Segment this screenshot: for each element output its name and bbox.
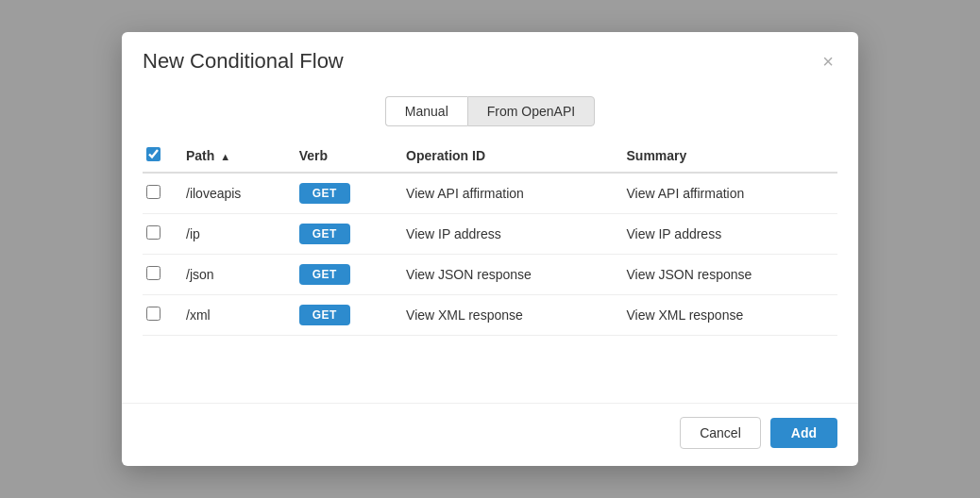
tab-bar: Manual From OpenAPI [122, 87, 858, 140]
row-operation-id: View API affirmation [397, 173, 617, 214]
table-row: /jsonGETView JSON responseView JSON resp… [143, 255, 837, 295]
sort-arrow-icon: ▲ [220, 151, 230, 162]
row-path: /iloveapis [177, 173, 290, 214]
table-row: /xmlGETView XML responseView XML respons… [143, 295, 837, 336]
dialog: New Conditional Flow × Manual From OpenA… [122, 32, 858, 466]
row-checkbox[interactable] [146, 266, 161, 280]
modal-overlay: New Conditional Flow × Manual From OpenA… [0, 0, 980, 498]
row-checkbox[interactable] [146, 307, 161, 321]
close-button[interactable]: × [819, 52, 837, 71]
header-checkbox [143, 140, 177, 173]
row-checkbox[interactable] [146, 225, 161, 240]
row-operation-id: View JSON response [397, 255, 617, 295]
verb-badge: GET [299, 264, 350, 285]
row-checkbox[interactable] [146, 185, 161, 199]
row-summary: View API affirmation [617, 173, 838, 214]
row-verb: GET [290, 173, 397, 214]
verb-badge: GET [299, 224, 350, 244]
header-summary: Summary [617, 140, 838, 173]
row-verb: GET [290, 214, 397, 255]
row-operation-id: View IP address [397, 214, 617, 255]
row-summary: View XML response [617, 295, 838, 336]
table-container: Path ▲ Verb Operation ID Summary /ilovea… [122, 140, 858, 395]
table-row: /iloveapisGETView API affirmationView AP… [143, 173, 837, 214]
select-all-checkbox[interactable] [146, 147, 161, 161]
row-verb: GET [290, 255, 397, 295]
modal-title: New Conditional Flow [143, 49, 344, 74]
tab-manual[interactable]: Manual [385, 96, 467, 126]
verb-badge: GET [299, 183, 350, 204]
cancel-button[interactable]: Cancel [680, 417, 761, 449]
modal-footer: Cancel Add [122, 403, 858, 466]
row-path: /xml [177, 295, 290, 336]
row-verb: GET [290, 295, 397, 336]
add-button[interactable]: Add [770, 418, 837, 448]
header-path: Path ▲ [177, 140, 290, 173]
row-operation-id: View XML response [397, 295, 617, 336]
table-header-row: Path ▲ Verb Operation ID Summary [143, 140, 837, 173]
table-row: /ipGETView IP addressView IP address [143, 214, 837, 255]
modal-header: New Conditional Flow × [122, 32, 858, 87]
row-summary: View IP address [617, 214, 838, 255]
header-verb: Verb [290, 140, 397, 173]
row-path: /json [177, 255, 290, 295]
row-path: /ip [177, 214, 290, 255]
tab-from-openapi[interactable]: From OpenAPI [467, 96, 595, 126]
row-summary: View JSON response [617, 255, 838, 295]
operations-table: Path ▲ Verb Operation ID Summary /ilovea… [143, 140, 837, 336]
header-operation-id: Operation ID [397, 140, 617, 173]
verb-badge: GET [299, 305, 350, 325]
table-body: /iloveapisGETView API affirmationView AP… [143, 173, 837, 336]
